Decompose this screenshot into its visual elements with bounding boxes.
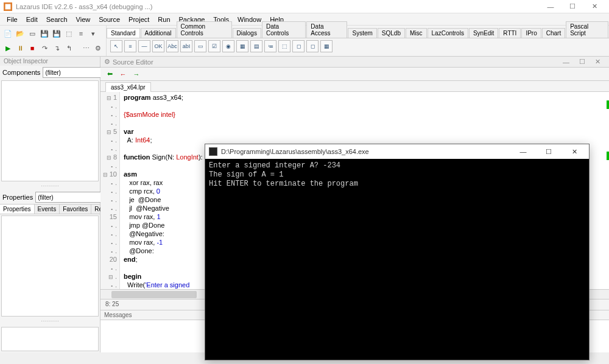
console-window: D:\Programming\Lazarus\assembly\ass3_x64… [205,144,590,360]
toolbar-row: 📄 📂 ▭ 💾 💾 ⬚ ≡ ▾ ▶ ⏸ ■ ↷ ↴ ↰ ⋯ ⚙ Standard… [0,26,609,57]
new-form-button[interactable]: ▭ [27,28,38,39]
menu-run[interactable]: Run [153,15,174,24]
palette-tab-ipro[interactable]: IPro [521,28,541,38]
change-marker [607,100,609,109]
maximize-button[interactable]: ☐ [561,1,583,13]
palette-item-1[interactable]: ≡ [124,40,136,52]
palette-item-14[interactable]: ◻ [306,40,319,52]
close-button[interactable]: ✕ [583,1,605,13]
menu-source[interactable]: Source [94,15,124,24]
src-min-button[interactable]: — [558,58,574,66]
source-editor-titlebar: ⚙ Source Editor — ☐ ✕ [100,57,609,68]
palette-item-7[interactable]: ☑ [208,40,220,52]
palette-item-9[interactable]: ▦ [236,40,248,52]
source-editor-title: Source Editor [113,58,153,66]
source-editor-icon: ⚙ [104,58,110,66]
nav-fwd-button[interactable]: → [131,69,142,80]
console-close[interactable]: ✕ [563,145,585,158]
editor-tab-active[interactable]: ass3_x64.lpr [105,82,151,92]
console-title: D:\Programming\Lazarus\assembly\ass3_x64… [221,148,369,155]
minimize-button[interactable]: — [540,1,561,13]
inspector-tabs: PropertiesEventsFavoritesRe [0,204,100,214]
palette-tab-rtti[interactable]: RTTI [499,28,521,38]
editor-tabs: ass3_x64.lpr [100,81,609,92]
palette-item-15[interactable]: ▦ [320,40,333,52]
nav-back-button[interactable]: ← [118,69,128,80]
menu-window[interactable]: Window [233,15,266,24]
mode-button[interactable]: ⋯ [80,43,91,54]
file-toolbar: 📄 📂 ▭ 💾 💾 ⬚ ≡ ▾ ▶ ⏸ ■ ↷ ↴ ↰ ⋯ ⚙ [0,26,107,56]
object-inspector: Object Inspector Components ✕ ⋯⋯⋯ Proper… [0,57,100,352]
palette-tab-standard[interactable]: Standard [107,28,140,38]
menu-project[interactable]: Project [124,15,153,24]
palette-item-8[interactable]: ◉ [222,40,234,52]
menu-search[interactable]: Search [42,15,72,24]
toggle-form-button[interactable]: ⬚ [63,28,74,39]
app-icon [4,2,12,11]
palette-tab-data-controls[interactable]: Data Controls [262,21,306,38]
stop-button[interactable]: ■ [27,43,38,54]
palette-item-3[interactable]: OK [152,40,164,52]
object-inspector-title: Object Inspector [0,57,100,66]
palette-tab-common-controls[interactable]: Common Controls [177,21,232,38]
palette-tab-additional[interactable]: Additional [141,28,176,38]
console-minimize[interactable]: — [512,145,534,158]
components-label: Components [2,69,40,76]
palette-tab-system[interactable]: System [348,28,376,38]
console-titlebar[interactable]: D:\Programming\Lazarus\assembly\ass3_x64… [205,144,589,159]
palette-tab-dialogs[interactable]: Dialogs [233,28,261,38]
component-tree[interactable] [1,80,99,181]
run-button[interactable]: ▶ [2,43,13,54]
menu-edit[interactable]: Edit [22,15,42,24]
inspector-tab-events[interactable]: Events [35,205,60,214]
palette-item-11[interactable]: ≔ [264,40,276,52]
step-out-button[interactable]: ↰ [63,43,74,54]
source-toolbar: ⬅ ← → [100,68,609,81]
properties-label: Properties [2,194,33,201]
inspector-tab-favorites[interactable]: Favorites [60,205,91,214]
palette-tab-misc[interactable]: Misc [406,28,427,38]
component-palette: StandardAdditionalCommon ControlsDialogs… [107,26,609,56]
palette-tab-synedit[interactable]: SynEdit [469,28,498,38]
src-close-button[interactable]: ✕ [590,58,605,66]
jump-back-button[interactable]: ⬅ [104,69,115,80]
inspector-tab-properties[interactable]: Properties [0,205,35,214]
src-max-button[interactable]: ☐ [574,58,590,66]
svg-rect-1 [5,4,11,9]
step-into-button[interactable]: ↴ [51,43,62,54]
inspector-info [1,327,99,351]
palette-item-6[interactable]: ▭ [194,40,206,52]
main-titlebar: Lazarus IDE v2.2.6 - ass3_x64 (debugging… [0,0,609,13]
save-button[interactable]: 💾 [39,28,50,39]
palette-item-10[interactable]: ▤ [250,40,262,52]
save-all-button[interactable]: 💾 [51,28,62,39]
console-icon [209,147,217,156]
palette-item-2[interactable]: — [138,40,150,52]
palette-tab-chart[interactable]: Chart [542,28,565,38]
menu-view[interactable]: View [72,15,95,24]
palette-item-0[interactable]: ↖ [110,40,122,52]
window-title: Lazarus IDE v2.2.6 - ass3_x64 (debugging… [16,3,152,10]
change-marker [607,152,609,160]
palette-tab-lazcontrols[interactable]: LazControls [428,28,468,38]
open-button[interactable]: 📂 [15,28,26,39]
palette-item-13[interactable]: ◻ [292,40,304,52]
forms-button[interactable]: ▾ [88,28,99,39]
config-button[interactable]: ⚙ [93,43,104,54]
step-over-button[interactable]: ↷ [39,43,50,54]
units-button[interactable]: ≡ [76,28,86,39]
menu-file[interactable]: File [2,15,22,24]
pause-button[interactable]: ⏸ [15,43,26,54]
new-unit-button[interactable]: 📄 [2,28,13,39]
properties-grid[interactable] [1,215,99,317]
gutter[interactable]: 1...5..8.10....15....20....25.27 [100,92,120,289]
console-output[interactable]: Enter a signed integer A? -234 The sign … [205,159,589,360]
palette-tab-sqldb[interactable]: SQLdb [378,28,405,38]
palette-item-12[interactable]: ⬚ [278,40,290,52]
palette-tab-pascal-script[interactable]: Pascal Script [566,21,608,38]
palette-item-5[interactable]: abI [180,40,192,52]
palette-tab-data-access[interactable]: Data Access [306,21,347,38]
palette-item-4[interactable]: Abc [166,40,178,52]
console-maximize[interactable]: ☐ [538,145,560,158]
